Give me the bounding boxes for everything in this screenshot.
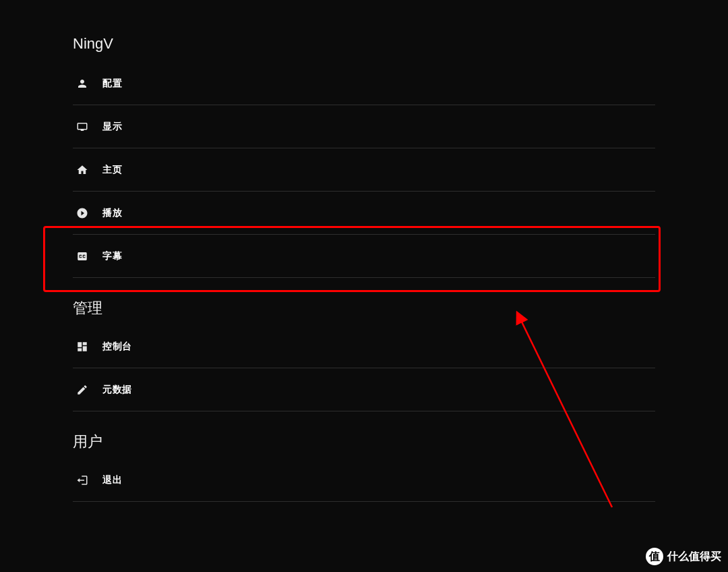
menu-item-label: 主页 xyxy=(102,164,122,176)
pencil-icon xyxy=(75,383,89,397)
menu-item-label: 显示 xyxy=(102,121,122,133)
menu-item-label: 配置 xyxy=(102,78,122,90)
section-title-admin: 管理 xyxy=(73,298,655,318)
play-circle-icon xyxy=(75,206,89,220)
menu-item-playback[interactable]: 播放 xyxy=(73,192,655,235)
menu-item-dashboard[interactable]: 控制台 xyxy=(73,325,655,368)
watermark-text: 什么值得买 xyxy=(667,550,721,564)
home-icon xyxy=(75,163,89,177)
menu-item-label: 播放 xyxy=(102,207,122,219)
section-title-user: NingV xyxy=(73,35,655,53)
menu-item-label: 字幕 xyxy=(102,250,122,262)
menu-item-subtitles[interactable]: 字幕 xyxy=(73,235,655,278)
settings-menu: NingV 配置 显示 主页 播放 字幕 管理 控制台 xyxy=(73,35,655,502)
menu-item-metadata[interactable]: 元数据 xyxy=(73,368,655,411)
monitor-icon xyxy=(75,120,89,134)
person-icon xyxy=(75,77,89,90)
menu-item-label: 退出 xyxy=(102,474,122,486)
menu-item-label: 元数据 xyxy=(102,384,132,396)
menu-item-display[interactable]: 显示 xyxy=(73,105,655,148)
menu-item-profile[interactable]: 配置 xyxy=(73,62,655,105)
menu-item-logout[interactable]: 退出 xyxy=(73,459,655,502)
section-title-account: 用户 xyxy=(73,432,655,452)
watermark-badge-icon: 值 xyxy=(646,548,663,565)
watermark: 值 什么值得买 xyxy=(646,548,721,565)
logout-icon xyxy=(75,474,89,487)
dashboard-icon xyxy=(75,340,89,353)
menu-item-label: 控制台 xyxy=(102,341,132,353)
menu-item-home[interactable]: 主页 xyxy=(73,148,655,192)
closed-caption-icon xyxy=(75,250,89,263)
